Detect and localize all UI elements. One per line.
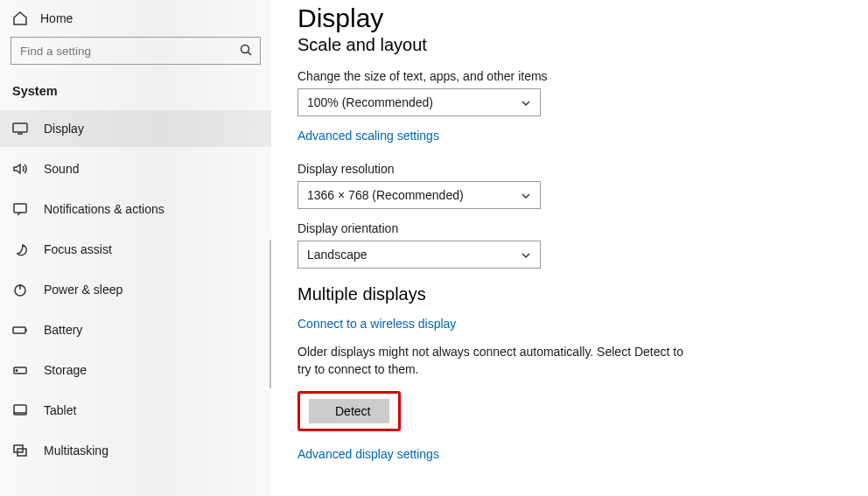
home-label: Home <box>40 11 73 25</box>
power-icon <box>12 282 28 297</box>
sidebar-item-tablet[interactable]: Tablet <box>0 392 271 429</box>
sidebar-item-label: Display <box>44 122 84 136</box>
chevron-down-icon <box>521 190 531 200</box>
wireless-display-link[interactable]: Connect to a wireless display <box>298 317 833 331</box>
page-title: Display <box>298 3 833 33</box>
sidebar-item-multitasking[interactable]: Multitasking <box>0 432 271 469</box>
svg-rect-1 <box>13 123 27 132</box>
sidebar-item-sound[interactable]: Sound <box>0 150 271 187</box>
sidebar-item-label: Focus assist <box>44 242 112 256</box>
search-container <box>0 33 271 79</box>
sidebar-item-display[interactable]: Display <box>0 110 271 147</box>
sidebar-item-battery[interactable]: Battery <box>0 311 271 348</box>
sidebar-item-focus-assist[interactable]: Focus assist <box>0 231 271 268</box>
tablet-icon <box>12 402 28 418</box>
svg-rect-4 <box>13 327 25 333</box>
chevron-down-icon <box>521 249 531 260</box>
multitasking-icon <box>12 443 28 458</box>
advanced-scaling-link[interactable]: Advanced scaling settings <box>298 129 833 143</box>
sidebar-item-label: Multitasking <box>44 444 108 458</box>
search-icon <box>240 44 252 56</box>
advanced-display-link[interactable]: Advanced display settings <box>298 447 833 461</box>
resolution-label: Display resolution <box>298 162 833 176</box>
scale-value: 100% (Recommended) <box>307 95 433 109</box>
scale-label: Change the size of text, apps, and other… <box>298 69 833 83</box>
scale-header: Scale and layout <box>298 35 833 55</box>
detect-button[interactable]: Detect <box>309 399 389 423</box>
sidebar-item-power[interactable]: Power & sleep <box>0 271 271 308</box>
notifications-icon <box>12 201 28 217</box>
focus-assist-icon <box>12 241 28 257</box>
orientation-label: Display orientation <box>298 221 833 235</box>
search-input[interactable] <box>10 37 261 65</box>
sidebar-item-storage[interactable]: Storage <box>0 352 271 388</box>
sidebar-item-label: Storage <box>44 363 87 377</box>
resolution-value: 1366 × 768 (Recommended) <box>307 188 464 202</box>
main-content: Display Scale and layout Change the size… <box>271 0 868 496</box>
orientation-dropdown[interactable]: Landscape <box>298 241 541 269</box>
sidebar-item-label: Power & sleep <box>44 283 122 297</box>
sidebar-item-label: Battery <box>44 323 82 337</box>
battery-icon <box>12 322 28 338</box>
sidebar-item-label: Sound <box>44 162 79 176</box>
detect-description: Older displays might not always connect … <box>298 343 691 379</box>
orientation-value: Landscape <box>307 248 368 262</box>
home-icon <box>12 10 28 26</box>
scale-dropdown[interactable]: 100% (Recommended) <box>298 88 541 116</box>
svg-rect-2 <box>14 204 26 213</box>
multiple-displays-header: Multiple displays <box>298 284 833 304</box>
display-icon <box>12 121 28 136</box>
resolution-dropdown[interactable]: 1366 × 768 (Recommended) <box>298 181 541 209</box>
storage-icon <box>12 362 28 378</box>
settings-sidebar: Home System Display Sound Notifications … <box>0 0 271 496</box>
scrollbar[interactable] <box>270 240 271 388</box>
nav-list: Display Sound Notifications & actions Fo… <box>0 110 271 469</box>
detect-highlight: Detect <box>298 391 401 431</box>
sound-icon <box>12 161 28 177</box>
svg-point-0 <box>242 45 249 53</box>
chevron-down-icon <box>521 97 531 108</box>
sidebar-item-label: Tablet <box>44 403 76 417</box>
svg-point-6 <box>16 370 18 372</box>
sidebar-item-notifications[interactable]: Notifications & actions <box>0 191 271 227</box>
section-title: System <box>0 79 271 110</box>
home-nav-item[interactable]: Home <box>0 0 271 33</box>
sidebar-item-label: Notifications & actions <box>44 202 164 216</box>
